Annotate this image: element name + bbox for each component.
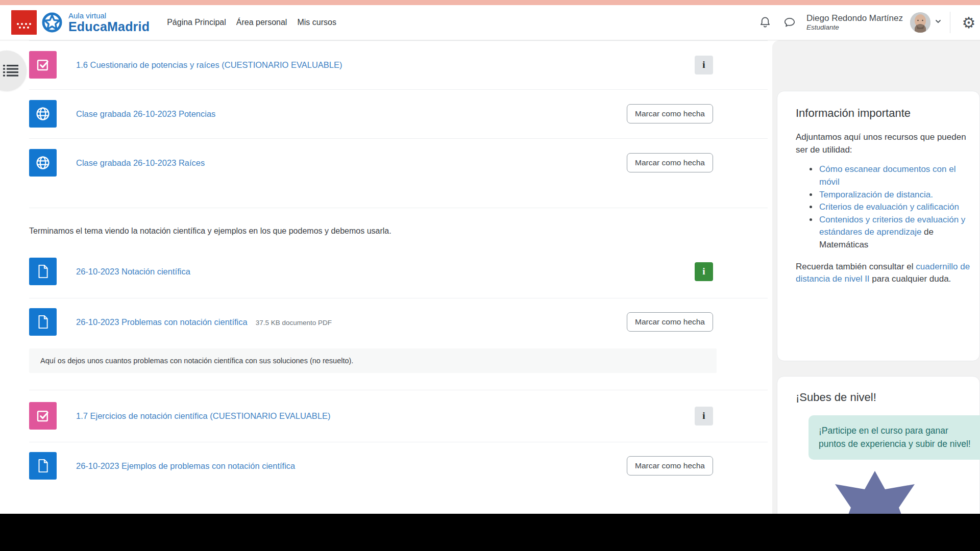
resource-link[interactable]: Contenidos y criterios de evaluación y e… xyxy=(819,215,965,237)
header-divider xyxy=(950,12,950,33)
completion-info-badge[interactable]: i xyxy=(695,56,713,74)
activity-link[interactable]: 1.6 Cuestionario de potencias y raíces (… xyxy=(76,60,342,70)
resource-link-item: Criterios de evaluación y calificación xyxy=(818,201,975,214)
nav-mis-cursos[interactable]: Mis cursos xyxy=(292,13,341,32)
list-icon xyxy=(3,64,18,78)
activity-row: Clase grabada 26-10-2023 PotenciasMarcar… xyxy=(29,89,713,138)
document-icon xyxy=(29,258,57,285)
activity-row: 26-10-2023 Problemas con notación cientí… xyxy=(29,298,713,346)
activity-link[interactable]: 1.7 Ejercicios de notación científica (C… xyxy=(76,411,331,421)
brand-text: Aula virtual EducaMadrid xyxy=(68,12,150,33)
user-role: Estudiante xyxy=(806,23,903,32)
level-shield-badge: 0 xyxy=(834,471,916,514)
notifications-bell-icon[interactable] xyxy=(756,14,774,31)
course-content: 1.6 Cuestionario de potencias y raíces (… xyxy=(0,40,772,514)
info-card-title: Información importante xyxy=(796,107,969,120)
resource-link-item: Temporalización de distancia. xyxy=(818,189,975,202)
resource-link-item: Cómo escanear documentos con el móvil xyxy=(818,163,975,188)
footer-text-post: para cualquier duda. xyxy=(870,274,951,284)
activity-link[interactable]: Clase grabada 26-10-2023 Raíces xyxy=(76,158,205,168)
primary-nav: Página Principal Área personal Mis curso… xyxy=(162,13,341,32)
mark-done-button[interactable]: Marcar como hecha xyxy=(627,456,713,475)
level-up-alert: ¡Participe en el curso para ganar puntos… xyxy=(808,415,980,460)
level-card-title: ¡Subes de nivel! xyxy=(796,391,969,404)
resource-links-list: Cómo escanear documentos con el móvilTem… xyxy=(796,163,975,251)
activity-description-note: Aquí os dejos unos cuantos problemas con… xyxy=(29,348,717,373)
globe-icon xyxy=(29,100,57,128)
header-actions: Diego Redondo Martínez Estudiante ⚙ xyxy=(756,12,980,33)
nav-area-personal[interactable]: Área personal xyxy=(231,13,292,32)
activity-file-meta: 37.5 KB documento PDF xyxy=(256,319,332,327)
activity-row: 26-10-2023 Notación científicai xyxy=(29,251,713,298)
activity-list: 1.6 Cuestionario de potencias y raíces (… xyxy=(29,40,768,490)
quiz-checkbox-icon xyxy=(29,402,57,430)
settings-gear-icon[interactable]: ⚙ xyxy=(958,14,980,32)
resource-link[interactable]: Cómo escanear documentos con el móvil xyxy=(819,164,955,187)
document-icon xyxy=(29,452,57,480)
brand-line1: Aula virtual xyxy=(68,12,150,20)
info-card: Información importante Adjuntamos aquí u… xyxy=(777,91,980,361)
resource-link[interactable]: Temporalización de distancia. xyxy=(819,190,933,199)
activity-row: 1.6 Cuestionario de potencias y raíces (… xyxy=(29,40,713,89)
section-description: Terminamos el tema viendo la notación ci… xyxy=(29,208,768,251)
madrid-flag-logo xyxy=(11,10,37,35)
educamadrid-star-icon xyxy=(41,11,63,34)
brand-line2: EducaMadrid xyxy=(68,20,150,33)
site-header: Aula virtual EducaMadrid Página Principa… xyxy=(0,5,980,40)
chevron-down-icon[interactable] xyxy=(935,18,942,27)
mark-done-button[interactable]: Marcar como hecha xyxy=(627,104,713,123)
activity-link[interactable]: Clase grabada 26-10-2023 Potencias xyxy=(76,109,215,119)
course-index-toggle[interactable] xyxy=(0,51,27,91)
blocks-drawer: Información importante Adjuntamos aquí u… xyxy=(772,40,980,514)
browser-viewport: Aula virtual EducaMadrid Página Principa… xyxy=(0,0,980,514)
globe-icon xyxy=(29,149,57,177)
activity-row: 1.7 Ejercicios de notación científica (C… xyxy=(29,390,713,442)
footer-text-pre: Recuerda también consultar el xyxy=(796,262,916,271)
quiz-checkbox-icon xyxy=(29,51,57,79)
resource-link[interactable]: Criterios de evaluación y calificación xyxy=(819,202,959,212)
activity-link[interactable]: 26-10-2023 Ejemplos de problemas con not… xyxy=(76,461,295,471)
avatar[interactable] xyxy=(910,12,930,33)
page-body: 1.6 Cuestionario de potencias y raíces (… xyxy=(0,40,980,514)
mark-done-button[interactable]: Marcar como hecha xyxy=(627,153,713,172)
activity-row: Clase grabada 26-10-2023 RaícesMarcar co… xyxy=(29,138,713,187)
top-accent-strip xyxy=(0,0,980,5)
document-icon xyxy=(29,308,57,336)
completion-info-badge-green[interactable]: i xyxy=(695,262,713,281)
mark-done-button[interactable]: Marcar como hecha xyxy=(627,312,713,332)
activity-row: 26-10-2023 Ejemplos de problemas con not… xyxy=(29,442,713,490)
flag-stars xyxy=(11,10,37,35)
user-name: Diego Redondo Martínez xyxy=(806,13,903,23)
user-menu[interactable]: Diego Redondo Martínez Estudiante xyxy=(806,13,903,31)
completion-info-badge[interactable]: i xyxy=(695,407,713,425)
info-card-footer: Recuerda también consultar el cuadernill… xyxy=(796,261,975,286)
nav-pagina-principal[interactable]: Página Principal xyxy=(162,13,231,32)
messages-chat-icon[interactable] xyxy=(781,14,798,31)
activity-link[interactable]: 26-10-2023 Notación científica xyxy=(76,267,190,277)
level-up-card: ¡Subes de nivel! ¡Participe en el curso … xyxy=(777,376,980,514)
info-card-intro: Adjuntamos aquí unos recursos que pueden… xyxy=(796,131,975,156)
site-logo[interactable]: Aula virtual EducaMadrid xyxy=(11,10,150,35)
resource-link-item: Contenidos y criterios de evaluación y e… xyxy=(818,214,975,252)
activity-link[interactable]: 26-10-2023 Problemas con notación cientí… xyxy=(76,317,248,327)
